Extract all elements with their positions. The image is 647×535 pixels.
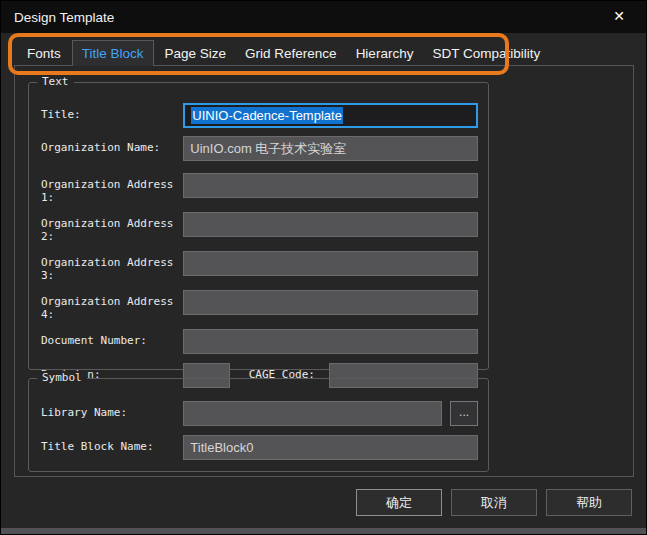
tab-sdt-compatibility[interactable]: SDT Compatibility bbox=[424, 42, 548, 66]
title-block-name-label: Title Block Name: bbox=[41, 435, 183, 460]
organization-address-1-input[interactable] bbox=[183, 173, 478, 198]
title-block-name-row: Title Block Name: TitleBlock0 bbox=[41, 435, 478, 460]
symbol-group-label: Symbol bbox=[37, 371, 87, 384]
title-row: Title: UINIO-Cadence-Template bbox=[41, 103, 478, 128]
document-number-input[interactable] bbox=[183, 329, 478, 354]
help-button[interactable]: 帮助 bbox=[546, 489, 632, 516]
document-number-row: Document Number: bbox=[41, 329, 478, 354]
organization-address-2-label: Organization Address 2: bbox=[41, 212, 183, 243]
window-title: Design Template bbox=[14, 10, 114, 25]
organization-address-1-row: Organization Address 1: bbox=[41, 173, 478, 204]
organization-address-3-label: Organization Address 3: bbox=[41, 251, 183, 282]
organization-name-input[interactable]: UinIO.com 电子技术实验室 bbox=[183, 136, 478, 161]
library-name-input[interactable] bbox=[183, 401, 442, 426]
organization-address-3-row: Organization Address 3: bbox=[41, 251, 478, 282]
title-label: Title: bbox=[41, 103, 183, 128]
organization-address-2-row: Organization Address 2: bbox=[41, 212, 478, 243]
dialog-button-row: 确定 取消 帮助 bbox=[356, 489, 632, 516]
title-selected-text: UINIO-Cadence-Template bbox=[191, 107, 343, 124]
window-bottom-edge bbox=[1, 528, 646, 534]
title-input[interactable]: UINIO-Cadence-Template bbox=[183, 103, 478, 128]
organization-name-row: Organization Name: UinIO.com 电子技术实验室 bbox=[41, 136, 478, 161]
library-name-label: Library Name: bbox=[41, 401, 183, 426]
title-block-name-input[interactable]: TitleBlock0 bbox=[183, 435, 478, 460]
text-group-label: Text bbox=[37, 75, 74, 88]
organization-address-4-row: Organization Address 4: bbox=[41, 290, 478, 321]
close-icon[interactable]: ✕ bbox=[604, 1, 634, 31]
organization-address-2-input[interactable] bbox=[183, 212, 478, 237]
tab-title-block[interactable]: Title Block bbox=[72, 40, 154, 66]
tab-panel: Text Title: UINIO-Cadence-Template Organ… bbox=[14, 65, 634, 477]
ok-button[interactable]: 确定 bbox=[356, 489, 442, 516]
tab-page-size[interactable]: Page Size bbox=[157, 42, 235, 66]
tab-grid-reference[interactable]: Grid Reference bbox=[237, 42, 345, 66]
organization-address-3-input[interactable] bbox=[183, 251, 478, 276]
organization-address-4-label: Organization Address 4: bbox=[41, 290, 183, 321]
text-group: Text Title: UINIO-Cadence-Template Organ… bbox=[28, 82, 489, 370]
tab-bar: Fonts Title Block Page Size Grid Referen… bbox=[19, 40, 551, 66]
organization-name-label: Organization Name: bbox=[41, 136, 183, 161]
library-browse-button[interactable]: ... bbox=[450, 401, 478, 426]
design-template-dialog: Design Template ✕ Fonts Title Block Page… bbox=[0, 0, 647, 535]
tab-hierarchy[interactable]: Hierarchy bbox=[348, 42, 422, 66]
document-number-label: Document Number: bbox=[41, 329, 183, 354]
library-name-row: Library Name: ... bbox=[41, 401, 478, 426]
cancel-button[interactable]: 取消 bbox=[451, 489, 537, 516]
title-bar: Design Template ✕ bbox=[1, 1, 646, 33]
tab-fonts[interactable]: Fonts bbox=[19, 42, 69, 66]
organization-address-4-input[interactable] bbox=[183, 290, 478, 315]
symbol-group: Symbol Library Name: ... Title Block Nam… bbox=[28, 378, 489, 472]
organization-address-1-label: Organization Address 1: bbox=[41, 173, 183, 204]
